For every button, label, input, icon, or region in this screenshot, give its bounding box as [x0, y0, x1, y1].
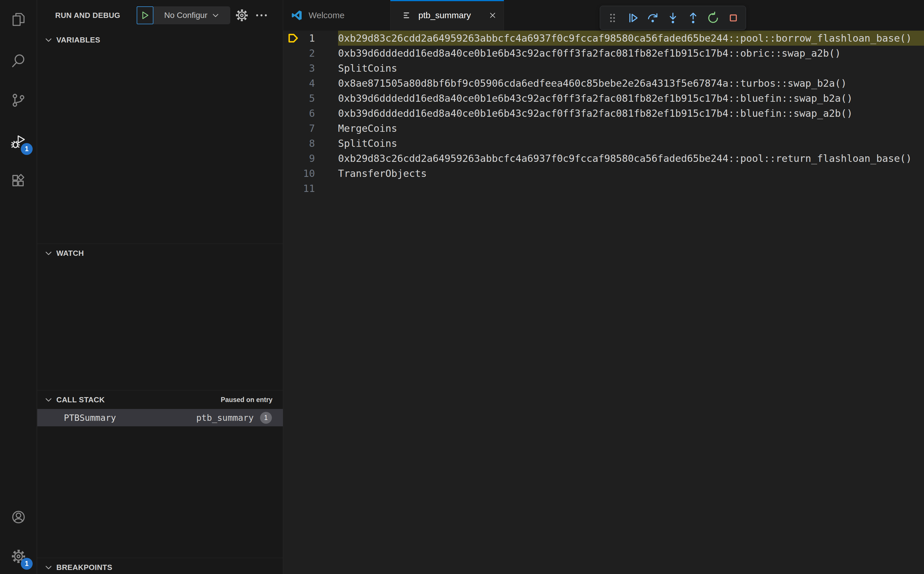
file-list-icon	[402, 10, 412, 20]
line-number[interactable]: 9	[283, 153, 315, 164]
call-stack-frame-row[interactable]: PTBSummary ptb_summary 1	[37, 409, 283, 426]
sidebar-title: RUN AND DEBUG	[55, 11, 120, 20]
step-into-button[interactable]	[664, 9, 682, 27]
code-text[interactable]: 0xb39d6dddedd16ed8a40ce0b1e6b43c92acf0ff…	[315, 107, 853, 119]
code-editor[interactable]: 1 0xb29d83c26cdd2a64959263abbcfc4a6937f0…	[283, 31, 924, 574]
code-line[interactable]: 11	[283, 181, 924, 196]
sidebar-item-explorer[interactable]	[0, 4, 37, 35]
code-text[interactable]: SplitCoins	[315, 62, 397, 74]
editor-group: Welcome ptb_summary	[283, 0, 924, 574]
code-line[interactable]: 7 MergeCoins	[283, 121, 924, 136]
views-more-actions-button[interactable]	[254, 8, 271, 22]
step-out-icon	[686, 11, 700, 25]
breakpoints-section-header[interactable]: BREAKPOINTS	[37, 558, 283, 574]
line-number[interactable]: 7	[283, 123, 315, 134]
code-line[interactable]: 3 SplitCoins	[283, 61, 924, 76]
line-number[interactable]: 2	[283, 47, 315, 59]
code-line[interactable]: 8 SplitCoins	[283, 136, 924, 151]
debug-pause-status: Paused on entry	[221, 396, 272, 404]
code-text[interactable]: 0xb39d6dddedd16ed8a40ce0b1e6b43c92acf0ff…	[315, 47, 841, 59]
breakpoints-section-label: BREAKPOINTS	[56, 563, 112, 572]
activity-bar: 1	[0, 0, 37, 574]
debug-toolbar	[600, 6, 746, 30]
line-number[interactable]: 11	[283, 183, 315, 194]
breakpoints-section: BREAKPOINTS	[37, 558, 283, 574]
tab-label: ptb_summary	[419, 10, 471, 20]
code-text[interactable]: MergeCoins	[315, 123, 397, 134]
settings-badge: 1	[21, 558, 33, 570]
tab-welcome[interactable]: Welcome	[283, 0, 390, 31]
code-line[interactable]: 4 0x8ae871505a80d8bf6bf9c05906cda6edfeea…	[283, 76, 924, 91]
line-number[interactable]: 5	[283, 93, 315, 104]
start-debugging-button[interactable]	[137, 6, 153, 24]
step-over-button[interactable]	[644, 9, 662, 27]
code-line[interactable]: 5 0xb39d6dddedd16ed8a40ce0b1e6b43c92acf0…	[283, 91, 924, 106]
step-over-icon	[646, 11, 660, 25]
line-number[interactable]: 10	[283, 168, 315, 179]
stop-button[interactable]	[724, 9, 742, 27]
close-icon	[489, 11, 497, 19]
debug-configuration-dropdown[interactable]: No Configur	[153, 6, 230, 24]
variables-section-label: VARIABLES	[56, 36, 100, 44]
line-number[interactable]: 4	[283, 77, 315, 89]
sidebar-item-search[interactable]	[0, 46, 37, 76]
step-into-icon	[666, 11, 680, 25]
vscode-window: 1	[0, 0, 924, 574]
line-number[interactable]: 6	[283, 107, 315, 119]
code-line[interactable]: 10 TransferObjects	[283, 166, 924, 181]
code-line[interactable]: 2 0xb39d6dddedd16ed8a40ce0b1e6b43c92acf0…	[283, 46, 924, 61]
code-text[interactable]: 0x8ae871505a80d8bf6bf9c05906cda6edfeea46…	[315, 77, 847, 89]
close-tab-button[interactable]	[488, 10, 498, 20]
code-text[interactable]: SplitCoins	[315, 137, 397, 149]
run-and-debug-sidebar: RUN AND DEBUG No Configur	[37, 0, 283, 574]
source-control-icon	[11, 93, 26, 108]
tab-ptb-summary[interactable]: ptb_summary	[390, 0, 504, 31]
gripper-icon	[606, 11, 619, 25]
continue-icon	[626, 11, 639, 25]
files-icon	[11, 11, 26, 27]
toolbar-drag-handle[interactable]	[604, 9, 622, 27]
chevron-down-icon	[44, 395, 53, 404]
stack-frame-badge: 1	[260, 412, 272, 424]
sidebar-item-settings[interactable]: 1	[0, 541, 37, 571]
call-stack-section: CALL STACK Paused on entry PTBSummary pt…	[37, 390, 283, 558]
line-number[interactable]: 3	[283, 62, 315, 74]
code-text[interactable]: 0xb29d83c26cdd2a64959263abbcfc4a6937f0c9…	[315, 153, 912, 164]
call-stack-section-label: CALL STACK	[56, 395, 105, 404]
tab-label: Welcome	[309, 10, 345, 20]
code-text[interactable]: 0xb29d83c26cdd2a64959263abbcfc4a6937f0c9…	[315, 32, 912, 44]
gear-icon	[235, 8, 249, 22]
restart-icon	[707, 11, 720, 25]
sidebar-item-run-and-debug[interactable]: 1	[0, 126, 37, 157]
account-icon	[11, 509, 26, 525]
sidebar-item-extensions[interactable]	[0, 166, 37, 196]
watch-section-header[interactable]: WATCH	[37, 244, 283, 262]
variables-section-header[interactable]: VARIABLES	[37, 31, 283, 49]
code-line[interactable]: 6 0xb39d6dddedd16ed8a40ce0b1e6b43c92acf0…	[283, 106, 924, 121]
debug-configuration-label: No Configur	[164, 11, 207, 20]
call-stack-section-header[interactable]: CALL STACK Paused on entry	[37, 391, 283, 409]
open-launch-json-button[interactable]	[235, 8, 249, 22]
stop-icon	[727, 11, 740, 25]
play-icon	[140, 10, 150, 20]
stack-frame-name: PTBSummary	[64, 413, 116, 423]
line-number[interactable]: 8	[283, 137, 315, 149]
sidebar-item-source-control[interactable]	[0, 85, 37, 115]
code-line[interactable]: 1 0xb29d83c26cdd2a64959263abbcfc4a6937f0…	[283, 31, 924, 46]
continue-button[interactable]	[624, 9, 642, 27]
restart-button[interactable]	[704, 9, 722, 27]
chevron-down-icon	[211, 11, 220, 19]
debug-badge: 1	[21, 143, 33, 155]
vscode-logo-icon	[291, 9, 303, 21]
chevron-down-icon	[44, 36, 53, 44]
code-text[interactable]: 0xb39d6dddedd16ed8a40ce0b1e6b43c92acf0ff…	[315, 93, 853, 104]
ellipsis-icon	[254, 8, 269, 22]
variables-section: VARIABLES	[37, 31, 283, 244]
chevron-down-icon	[44, 249, 53, 257]
code-text[interactable]: TransferObjects	[315, 168, 427, 179]
stack-frame-source: ptb_summary	[196, 413, 254, 423]
watch-section-label: WATCH	[56, 249, 84, 258]
sidebar-item-accounts[interactable]	[0, 502, 37, 532]
code-line[interactable]: 9 0xb29d83c26cdd2a64959263abbcfc4a6937f0…	[283, 151, 924, 166]
step-out-button[interactable]	[684, 9, 702, 27]
